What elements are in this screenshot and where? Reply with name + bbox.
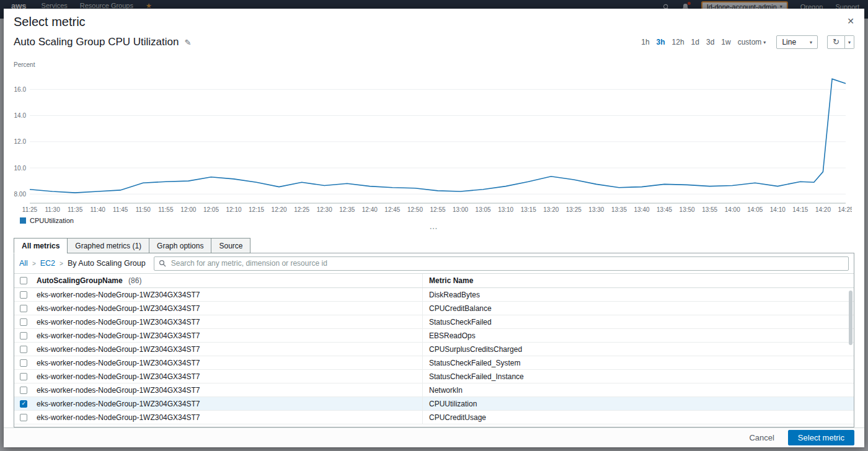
y-tick-label: 8.00 [14, 191, 27, 198]
select-metric-button[interactable]: Select metric [788, 430, 854, 445]
x-tick-label: 12:00 [180, 206, 196, 213]
x-tick-label: 14:10 [770, 206, 786, 213]
y-tick-label: 16.0 [14, 86, 27, 93]
breadcrumb-all[interactable]: All [19, 259, 28, 268]
row-checkbox[interactable] [20, 400, 27, 408]
row-checkbox[interactable] [20, 359, 27, 367]
row-checkbox[interactable] [20, 387, 27, 394]
row-asg-name: eks-worker-nodes-NodeGroup-1WZ304GX34ST7 [33, 304, 422, 313]
x-tick-label: 12:30 [317, 206, 332, 213]
x-tick-label: 13:50 [680, 206, 695, 213]
row-asg-name: eks-worker-nodes-NodeGroup-1WZ304GX34ST7 [33, 331, 422, 340]
column-header-metric-name[interactable]: Metric Name [422, 274, 854, 287]
x-tick-label: 12:05 [203, 206, 219, 213]
close-icon[interactable]: ✕ [847, 16, 854, 26]
row-checkbox[interactable] [20, 414, 27, 421]
graph-title: Auto Scaling Group CPU Utilization [14, 36, 179, 48]
resize-handle-icon[interactable]: ⋯ [4, 226, 864, 233]
time-range-1w[interactable]: 1w [721, 38, 730, 46]
x-tick-label: 11:55 [158, 206, 174, 213]
row-checkbox[interactable] [20, 291, 27, 299]
x-tick-label: 13:55 [702, 206, 717, 213]
scrollbar-thumb[interactable] [849, 291, 852, 345]
metric-search-input[interactable] [170, 258, 844, 268]
table-row[interactable]: eks-worker-nodes-NodeGroup-1WZ304GX34ST7… [14, 383, 854, 397]
table-row[interactable]: eks-worker-nodes-NodeGroup-1WZ304GX34ST7… [14, 288, 854, 302]
breadcrumb-separator: > [60, 260, 63, 267]
table-row[interactable]: eks-worker-nodes-NodeGroup-1WZ304GX34ST7… [14, 302, 854, 315]
time-range-1d[interactable]: 1d [691, 38, 699, 46]
metrics-tabs: All metricsGraphed metrics (1)Graph opti… [4, 233, 864, 253]
search-icon [159, 260, 166, 267]
row-asg-name: eks-worker-nodes-NodeGroup-1WZ304GX34ST7 [33, 372, 422, 381]
time-range-12h[interactable]: 12h [672, 38, 684, 46]
refresh-icon[interactable]: ↻ [827, 35, 845, 49]
row-metric-name: EBSReadOps [422, 329, 854, 342]
row-checkbox[interactable] [20, 373, 27, 380]
time-range-3h[interactable]: 3h [657, 38, 665, 46]
x-tick-label: 14:15 [792, 206, 808, 213]
x-tick-label: 13:10 [498, 206, 513, 213]
refresh-options-caret[interactable]: ▾ [845, 35, 854, 49]
x-tick-label: 13:25 [566, 206, 582, 213]
row-checkbox[interactable] [20, 346, 27, 353]
table-header: AutoScalingGroupName (86) Metric Name [14, 273, 854, 288]
row-checkbox[interactable] [20, 318, 27, 326]
cpu-chart: 16.014.012.010.08.0011:2511:3011:3511:40… [9, 50, 852, 214]
x-tick-label: 14:20 [815, 206, 831, 213]
time-range-1h[interactable]: 1h [641, 38, 649, 46]
x-tick-label: 13:45 [657, 206, 672, 213]
x-tick-label: 14:25 [838, 206, 852, 213]
row-asg-name: eks-worker-nodes-NodeGroup-1WZ304GX34ST7 [33, 345, 422, 354]
x-tick-label: 13:40 [634, 206, 649, 213]
table-row[interactable]: eks-worker-nodes-NodeGroup-1WZ304GX34ST7… [14, 397, 854, 411]
y-axis-title: Percent [14, 61, 35, 68]
table-row[interactable]: eks-worker-nodes-NodeGroup-1WZ304GX34ST7… [14, 329, 854, 343]
tab-graph-options[interactable]: Graph options [149, 238, 211, 253]
breadcrumb-ec2[interactable]: EC2 [40, 259, 55, 268]
table-row[interactable]: eks-worker-nodes-NodeGroup-1WZ304GX34ST7… [14, 356, 854, 370]
table-body: eks-worker-nodes-NodeGroup-1WZ304GX34ST7… [14, 288, 854, 427]
y-tick-label: 14.0 [14, 112, 27, 119]
table-row[interactable]: eks-worker-nodes-NodeGroup-1WZ304GX34ST7… [14, 370, 854, 383]
x-tick-label: 11:45 [113, 206, 128, 213]
tab-all-metrics[interactable]: All metrics [14, 238, 68, 253]
row-metric-name: CPUUtilization [422, 397, 854, 410]
table-row[interactable]: eks-worker-nodes-NodeGroup-1WZ304GX34ST7… [14, 411, 854, 424]
caret-down-icon: ▾ [763, 40, 766, 45]
time-range-custom[interactable]: custom▾ [738, 38, 766, 46]
graph-header-row: Auto Scaling Group CPU Utilization ✎ 1h3… [4, 30, 864, 50]
chart-area: 16.014.012.010.08.0011:2511:3011:3511:40… [4, 50, 864, 214]
time-range-3d[interactable]: 3d [706, 38, 714, 46]
row-metric-name: StatusCheckFailed_Instance [422, 370, 854, 383]
breadcrumb: All>EC2>By Auto Scaling Group [19, 259, 146, 268]
x-tick-label: 13:30 [588, 206, 604, 213]
x-tick-label: 14:05 [747, 206, 763, 213]
time-range-group: 1h3h12h1d3d1wcustom▾ [641, 38, 766, 46]
x-tick-label: 11:40 [91, 206, 106, 213]
row-asg-name: eks-worker-nodes-NodeGroup-1WZ304GX34ST7 [33, 359, 422, 367]
select-all-checkbox[interactable] [20, 277, 27, 284]
edit-title-icon[interactable]: ✎ [184, 38, 191, 47]
y-tick-label: 12.0 [14, 138, 27, 145]
row-asg-name: eks-worker-nodes-NodeGroup-1WZ304GX34ST7 [33, 318, 422, 326]
table-row[interactable]: eks-worker-nodes-NodeGroup-1WZ304GX34ST7… [14, 315, 854, 329]
row-metric-name: CPUCreditBalance [422, 302, 854, 315]
y-tick-label: 10.0 [14, 165, 27, 172]
column-header-asg-name[interactable]: AutoScalingGroupName (86) [33, 276, 422, 285]
row-asg-name: eks-worker-nodes-NodeGroup-1WZ304GX34ST7 [33, 291, 422, 299]
x-tick-label: 13:20 [543, 206, 559, 213]
dialog-header: Select metric ✕ [4, 9, 864, 30]
row-asg-name: eks-worker-nodes-NodeGroup-1WZ304GX34ST7 [33, 386, 422, 395]
row-metric-name: NetworkIn [422, 383, 854, 396]
tab-source[interactable]: Source [211, 238, 250, 253]
row-checkbox[interactable] [20, 332, 27, 339]
caret-down-icon: ▾ [810, 40, 812, 45]
tab-graphed-metrics-1[interactable]: Graphed metrics (1) [67, 238, 149, 253]
cancel-button[interactable]: Cancel [745, 432, 777, 443]
row-checkbox[interactable] [20, 305, 27, 312]
chart-type-select[interactable]: Line ▾ [776, 35, 818, 49]
x-tick-label: 11:50 [136, 206, 151, 213]
cpu-utilization-line [30, 79, 846, 193]
table-row[interactable]: eks-worker-nodes-NodeGroup-1WZ304GX34ST7… [14, 343, 854, 356]
